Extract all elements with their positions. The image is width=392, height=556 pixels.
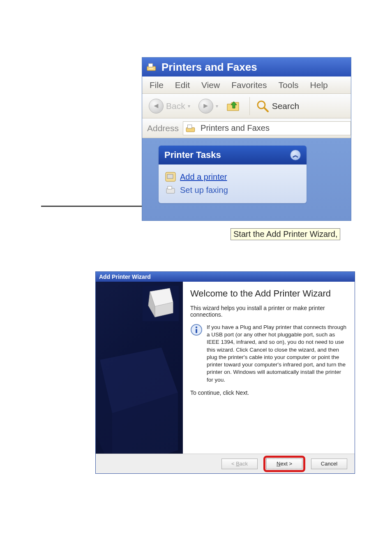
- info-icon: [190, 324, 203, 336]
- wizard-main: Welcome to the Add Printer Wizard This w…: [183, 282, 355, 454]
- printers-faxes-window: Printers and Faxes File Edit View Favori…: [142, 57, 351, 221]
- back-label: < Back: [231, 461, 248, 467]
- wizard-sidebar-graphic: [96, 282, 183, 454]
- explorer-content: Printer Tasks ︽ Add a printer: [142, 138, 351, 220]
- task-add-printer[interactable]: Add a printer: [164, 170, 302, 183]
- window-title: Printers and Faxes: [161, 61, 257, 74]
- svg-rect-6: [188, 125, 192, 128]
- menu-view[interactable]: View: [201, 80, 220, 90]
- back-button: < Back: [221, 459, 258, 469]
- wizard-body: Welcome to the Add Printer Wizard This w…: [96, 282, 355, 454]
- search-label: Search: [272, 101, 300, 111]
- wizard-intro-text: This wizard helps you install a printer …: [190, 305, 347, 318]
- svg-rect-10: [168, 186, 172, 189]
- back-button: ◄ Back ▾: [146, 98, 193, 114]
- toolbar: ◄ Back ▾ ► ▾ Search: [142, 94, 351, 118]
- printer-tasks-panel: Printer Tasks ︽ Add a printer: [159, 146, 307, 203]
- wizard-titlebar[interactable]: Add Printer Wizard: [96, 272, 355, 282]
- search-button[interactable]: Search: [253, 98, 302, 114]
- printer-folder-icon: [186, 123, 197, 133]
- menu-edit[interactable]: Edit: [175, 80, 190, 90]
- address-value-text: Printers and Faxes: [201, 123, 270, 133]
- add-printer-icon: [165, 172, 176, 182]
- next-button-highlight: Next >: [263, 456, 305, 472]
- address-label: Address: [147, 123, 179, 133]
- wizard-info-text: If you have a Plug and Play printer that…: [207, 324, 347, 384]
- callout-line: [41, 206, 148, 207]
- tasks-header-label: Printer Tasks: [164, 150, 221, 160]
- menu-tools[interactable]: Tools: [279, 80, 299, 90]
- forward-button: ► ▾: [196, 98, 221, 114]
- cancel-label: Cancel: [321, 461, 337, 467]
- next-button[interactable]: Next >: [266, 459, 302, 469]
- menu-favorites[interactable]: Favorites: [231, 80, 267, 90]
- back-label: Back: [166, 101, 185, 111]
- wizard-continue-text: To continue, click Next.: [190, 389, 347, 396]
- back-arrow-icon: ◄: [149, 99, 164, 114]
- printer-silhouette-icon: [96, 343, 183, 454]
- toolbar-separator: [249, 97, 250, 115]
- menubar: File Edit View Favorites Tools Help: [142, 76, 351, 94]
- up-folder-button[interactable]: [224, 99, 243, 113]
- tasks-panel-body: Add a printer Set up faxing: [159, 164, 307, 203]
- search-icon: [256, 99, 270, 113]
- dropdown-icon: ▾: [216, 103, 218, 109]
- forward-arrow-icon: ►: [198, 99, 213, 114]
- add-printer-wizard-dialog: Add Printer Wizard Welcome to th: [95, 271, 355, 474]
- wizard-button-row: < Back Next > Cancel: [96, 454, 355, 473]
- collapse-chevron-icon[interactable]: ︽: [290, 150, 301, 160]
- window-titlebar[interactable]: Printers and Faxes: [142, 58, 351, 76]
- svg-rect-2: [149, 68, 154, 70]
- svg-rect-20: [196, 329, 197, 333]
- next-label: Next >: [277, 461, 292, 467]
- svg-rect-8: [167, 174, 173, 178]
- svg-rect-1: [148, 63, 153, 67]
- wizard-info-block: If you have a Plug and Play printer that…: [190, 324, 347, 384]
- svg-point-19: [196, 327, 197, 328]
- address-bar: Address Printers and Faxes: [142, 118, 351, 138]
- tasks-panel-header[interactable]: Printer Tasks ︽: [159, 146, 307, 164]
- svg-line-4: [264, 108, 268, 111]
- fax-icon: [165, 185, 176, 195]
- printer-badge-icon: [143, 286, 179, 321]
- wizard-heading: Welcome to the Add Printer Wizard: [190, 288, 347, 299]
- add-printer-link[interactable]: Add a printer: [180, 172, 227, 182]
- dropdown-icon: ▾: [188, 103, 190, 109]
- menu-help[interactable]: Help: [310, 80, 328, 90]
- task-setup-faxing[interactable]: Set up faxing: [164, 183, 302, 197]
- menu-file[interactable]: File: [150, 80, 164, 90]
- setup-faxing-link[interactable]: Set up faxing: [180, 185, 228, 195]
- up-folder-icon: [226, 100, 240, 112]
- printer-folder-icon: [146, 61, 158, 73]
- wizard-title: Add Printer Wizard: [99, 273, 151, 280]
- address-field[interactable]: Printers and Faxes: [183, 121, 351, 135]
- tooltip-add-printer: Start the Add Printer Wizard,: [231, 228, 340, 240]
- cancel-button[interactable]: Cancel: [311, 459, 347, 469]
